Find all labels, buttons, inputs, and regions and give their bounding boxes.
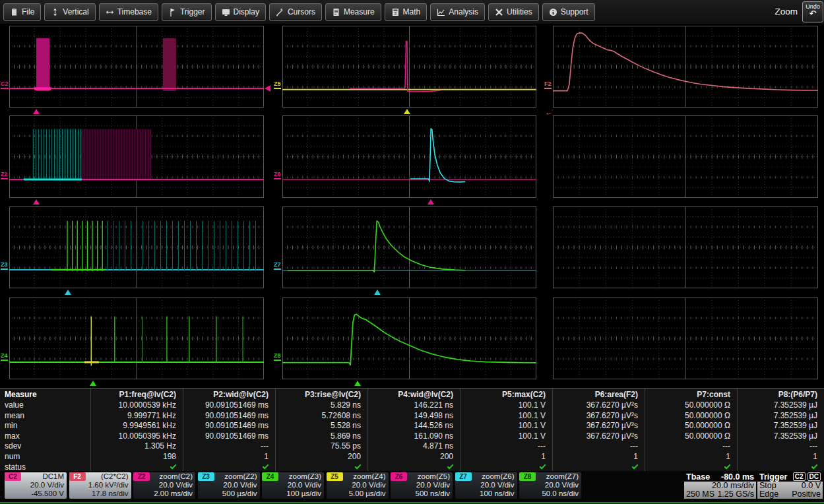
- trace-label-Z3[interactable]: Z3: [1, 262, 8, 270]
- channel-descriptor-Z3[interactable]: zoom(Z2)20.0 V/div500 µs/divZ3: [198, 472, 260, 499]
- channel-strip: DC1M20.0 V/div-45.500 VC2(C2*C2)1.60 kV²…: [0, 471, 824, 504]
- measure-cell: 9.999771 kHz: [90, 411, 176, 421]
- waveform-panel-Z4[interactable]: [9, 298, 264, 379]
- measure-cell: 10.0000539 kHz: [90, 400, 176, 410]
- measure-cell: 367.6270 µV²s: [552, 431, 638, 441]
- channel-tab-Z7[interactable]: Z7: [455, 472, 472, 481]
- channel-tab-Z2[interactable]: Z2: [133, 472, 150, 481]
- waveform-panel-Z6[interactable]: [282, 115, 536, 198]
- channel-offset: 500 ns/div: [393, 489, 450, 498]
- tbase-offset: -80.0 ms: [721, 472, 754, 482]
- status-check-icon: [170, 462, 177, 469]
- measure-cell: 7.352539 µJ: [737, 421, 817, 431]
- zoom-position-marker-Z7[interactable]: [374, 290, 381, 295]
- channel-scale: 20.0 V/div: [265, 481, 321, 489]
- zoom-position-marker-Z2[interactable]: [33, 199, 40, 205]
- menu-button-analysis[interactable]: Analysis: [430, 3, 485, 21]
- channel-tab-Z8[interactable]: Z8: [519, 472, 536, 481]
- menu-button-display[interactable]: Display: [215, 3, 266, 21]
- measure-row-num: num19812002001111: [0, 452, 824, 462]
- measure-cell: 90.091051469 ms: [183, 411, 269, 421]
- trace-label-F2[interactable]: F2: [544, 81, 552, 89]
- menu-button-trigger[interactable]: Trigger: [162, 3, 212, 21]
- measure-cell: 144.526 ns: [367, 421, 453, 431]
- menu-button-utilities[interactable]: Utilities: [488, 3, 539, 21]
- measure-row-min: min9.9949561 kHz90.091051469 ms5.528 ns1…: [0, 421, 824, 431]
- channel-descriptor-Z4[interactable]: zoom(Z3)20.0 V/div100 µs/divZ4: [262, 472, 324, 499]
- measure-cell: P8:(P6/P7): [737, 390, 817, 400]
- channel-descriptor-C2[interactable]: DC1M20.0 V/div-45.500 VC2: [5, 472, 67, 499]
- waveform-panel-empty2[interactable]: [553, 206, 818, 288]
- measure-cell: 367.6270 µV²s: [552, 421, 638, 431]
- menu-button-measure[interactable]: Measure: [325, 3, 381, 21]
- channel-scale: 20.0 V/div: [393, 481, 450, 489]
- channel-tab-Z4[interactable]: Z4: [262, 472, 278, 481]
- waveform-panel-Z7[interactable]: [282, 206, 536, 288]
- channel-tab-Z5[interactable]: Z5: [327, 472, 343, 481]
- waveform-panel-Z5[interactable]: [282, 26, 536, 108]
- zoom-position-marker-C2[interactable]: [33, 109, 40, 114]
- measure-row-label: max: [5, 431, 20, 441]
- waveform-panel-Z2[interactable]: [9, 115, 264, 198]
- measure-cell: P7:const: [645, 390, 730, 400]
- measure-cell: 200: [275, 452, 361, 462]
- zoom-position-marker-Z5[interactable]: [404, 109, 410, 114]
- channel-scale: 20.0 V/div: [329, 481, 386, 489]
- trace-label-Z8[interactable]: Z8: [274, 353, 281, 361]
- menu-button-label: Vertical: [63, 7, 88, 16]
- measure-cell: 1: [737, 452, 817, 462]
- channel-tab-F2[interactable]: F2: [69, 472, 86, 481]
- status-check-icon: [355, 462, 362, 469]
- menu-button-math[interactable]: Math: [385, 3, 428, 21]
- measure-cell: 198: [90, 452, 176, 462]
- menu-button-file[interactable]: File: [3, 3, 41, 21]
- waveform-panel-empty3[interactable]: [553, 298, 818, 379]
- trigger-type: Edge: [759, 490, 778, 499]
- channel-descriptor-Z5[interactable]: zoom(Z4)20.0 V/div5.00 µs/divZ5: [327, 472, 389, 499]
- timebase-descriptor[interactable]: Tbase-80.0 ms20.0 ms/div250 MS1.25 GS/s: [684, 472, 756, 499]
- measure-cell: 5.72608 ns: [275, 411, 361, 421]
- measure-cell: ---: [737, 441, 817, 451]
- trigger-descriptor[interactable]: TriggerC2DCStop0.0 VEdgePositive: [757, 472, 823, 499]
- trace-label-Z7[interactable]: Z7: [274, 262, 281, 270]
- menu-button-label: Support: [561, 7, 588, 16]
- zoom-position-marker-Z6[interactable]: [428, 199, 434, 205]
- channel-tab-Z6[interactable]: Z6: [391, 472, 407, 481]
- measure-table: MeasureP1:freq@lv(C2)P2:wid@lv(C2)P3:ris…: [0, 388, 824, 471]
- trace-label-Z4[interactable]: Z4: [1, 353, 8, 361]
- channel-descriptor-Z8[interactable]: zoom(Z7)20.0 V/div50.0 ns/divZ8: [519, 472, 581, 499]
- channel-tab-C2[interactable]: C2: [5, 472, 21, 481]
- analysis-icon: [437, 8, 445, 16]
- zoom-position-marker-Z8[interactable]: [354, 381, 361, 386]
- menu-button-timebase[interactable]: Timebase: [99, 3, 158, 21]
- menu-button-vertical[interactable]: Vertical: [44, 3, 95, 21]
- channel-tab-Z3[interactable]: Z3: [198, 472, 214, 481]
- trace-label-Z6[interactable]: Z6: [274, 172, 281, 179]
- channel-descriptor-Z2[interactable]: zoom(C2)20.0 V/div2.00 ms/divZ2: [133, 472, 195, 499]
- waveform-panel-C2[interactable]: [9, 26, 264, 108]
- waveform-panel-empty1[interactable]: [553, 115, 818, 198]
- menu-button-label: Analysis: [449, 7, 478, 16]
- channel-offset: 5.00 µs/div: [329, 489, 386, 498]
- zoom-position-marker-Z4[interactable]: [90, 381, 96, 386]
- waveform-panel-Z3[interactable]: [9, 206, 264, 288]
- undo-button[interactable]: Undo↶: [802, 1, 823, 22]
- waveform-panel-Z8[interactable]: [282, 298, 536, 379]
- trace-label-Z5[interactable]: Z5: [274, 81, 281, 89]
- channel-descriptor-Z6[interactable]: zoom(Z5)20.0 V/div500 ns/divZ6: [391, 472, 453, 499]
- measure-cell: 100.1 V: [460, 421, 546, 431]
- menu-button-label: Measure: [344, 7, 375, 16]
- menu-button-cursors[interactable]: Cursors: [269, 3, 322, 21]
- trace-label-Z2[interactable]: Z2: [1, 172, 8, 179]
- menu-button-support[interactable]: Support: [542, 3, 595, 21]
- waveform-panel-F2[interactable]: [553, 26, 818, 108]
- menu-button-label: Math: [403, 7, 421, 16]
- channel-descriptor-Z7[interactable]: zoom(Z6)20.0 V/div100 ns/divZ7: [455, 472, 517, 499]
- measure-cell: 100.1 V: [460, 400, 546, 410]
- zoom-position-marker-Z3[interactable]: [65, 290, 71, 295]
- trigger-level-marker[interactable]: [265, 85, 270, 92]
- channel-descriptor-F2[interactable]: (C2*C2)1.60 kV²/div17.8 ns/divF2: [69, 472, 131, 499]
- trace-label-C2[interactable]: C2: [1, 81, 9, 89]
- measure-cell: 146.221 ns: [367, 400, 453, 410]
- measure-cell: ---: [552, 441, 638, 451]
